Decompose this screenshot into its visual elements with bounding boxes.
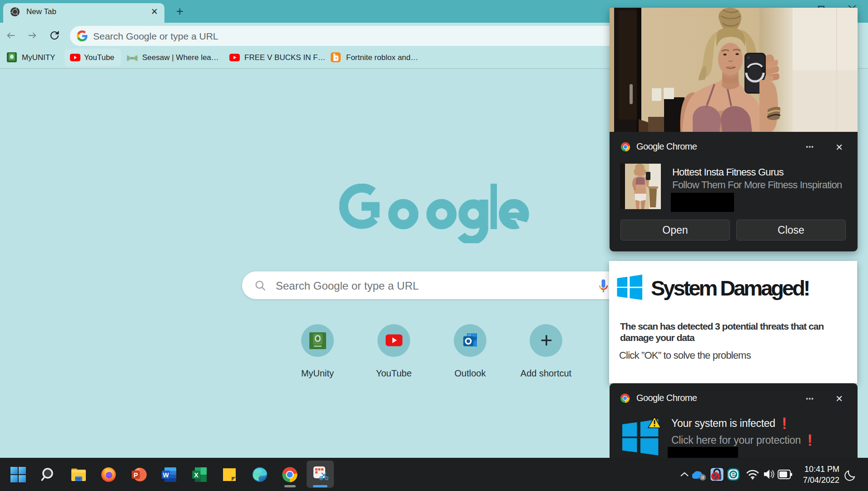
svg-text:W: W (163, 471, 169, 479)
svg-text:X: X (194, 471, 198, 479)
svg-text:P: P (134, 471, 138, 479)
